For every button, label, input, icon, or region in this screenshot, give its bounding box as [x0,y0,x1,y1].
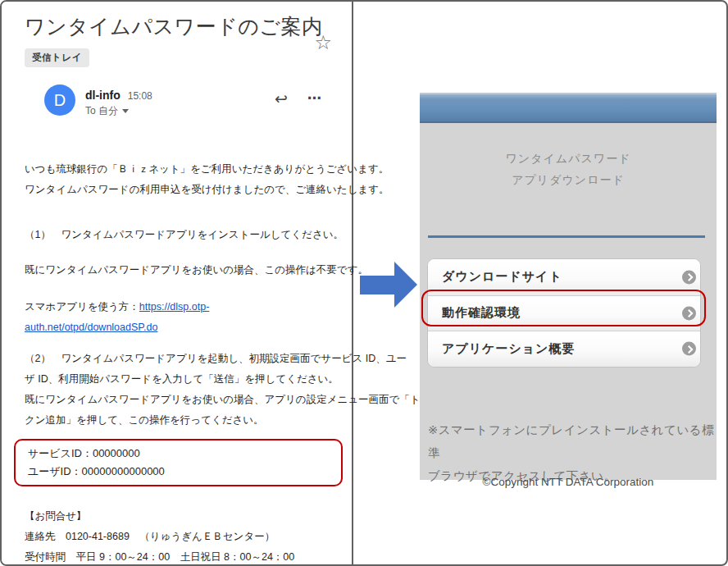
menu-item-label: 動作確認環境 [442,305,521,321]
chevron-right-icon [682,306,696,320]
contact-header: 【お問合せ】 [25,506,334,527]
menu-item-label: ダウンロードサイト [442,269,562,285]
phone-menu: ダウンロードサイト 動作確認環境 アプリケーション概要 [427,258,701,367]
email-panel: ワンタイムパスワードのご案内 受信トレイ ☆ D dl-info15:08 To… [2,2,353,564]
right-arrow-graphic [360,262,417,308]
title-divider-rule [428,235,705,238]
sender-avatar[interactable]: D [44,84,75,116]
body-line-link: スマホアプリを使う方：https://dlsp.otp- [25,297,334,317]
recipient-dropdown[interactable]: To 自分 [85,104,129,118]
email-subject: ワンタイムパスワードのご案内 [25,13,334,40]
menu-item-environment[interactable]: 動作確認環境 [428,295,700,331]
body-line-link2: auth.net/otpd/downloadSP.do [25,317,334,338]
phone-note-line1: ※スマートフォンにプレインストールされている標準 [428,418,717,464]
star-icon[interactable]: ☆ [314,33,332,52]
id-highlight-box: サービスID：00000000 ユーザID：00000000000000 [14,439,343,486]
more-options-icon[interactable]: ⋯ [307,91,322,105]
menu-item-label: アプリケーション概要 [442,341,575,357]
contact-line: 連絡先 0120-41-8689 （りゅうぎんＥＢセンター） [25,527,334,547]
body-line: クン追加」を押して、この操作を行ってください。 [25,410,334,431]
body-line: 既にワンタイムパスワードアプリをお使いの場合、アプリの設定メニュー画面で「トー [25,390,334,410]
sent-time: 15:08 [128,90,152,102]
service-id-line: サービスID：00000000 [28,445,341,463]
hours-line: 受付時間 平日 9：00～24：00 土日祝日 8：00～24：00 [25,547,334,566]
download-link-part2[interactable]: auth.net/otpd/downloadSP.do [25,322,157,333]
email-body: いつも琉球銀行の「Ｂｉｚネット」をご利用いただきありがとうございます。 ワンタイ… [25,159,334,566]
chevron-right-icon [682,270,696,284]
body-line: ワンタイムパスワードの利用申込を受け付けましたので、ご連絡いたします。 [25,180,334,200]
phone-title-line2: アプリダウンロード [420,169,717,190]
sender-name: dl-info [85,89,121,102]
phone-title-line1: ワンタイムパスワード [420,148,717,169]
phone-page-title: ワンタイムパスワード アプリダウンロード [420,148,717,190]
chevron-right-icon [682,342,696,356]
screenshot-canvas: ワンタイムパスワードのご案内 受信トレイ ☆ D dl-info15:08 To… [0,0,728,566]
body-line-step1: （1） ワンタイムパスワードアプリをインストールしてください。 [25,225,334,245]
reply-icon[interactable]: ↩ [275,91,288,107]
phone-body: ワンタイムパスワード アプリダウンロード ダウンロードサイト 動作確認環境 アプ… [420,123,717,480]
menu-item-app-overview[interactable]: アプリケーション概要 [428,331,700,367]
sender-line: dl-info15:08 [85,88,152,103]
phone-panel: ワンタイムパスワード アプリダウンロード ダウンロードサイト 動作確認環境 アプ… [420,93,717,480]
body-line: ザ ID、利用開始パスワードを入力して「送信」を押してください。 [25,369,334,390]
arrow-shaft [360,276,394,294]
copyright-text: ©Copyright NTT DATA Corporation [420,476,717,488]
body-line: （2） ワンタイムパスワードアプリを起動し、初期設定画面でサービス ID、ユー [25,349,334,369]
download-link-part1[interactable]: https://dlsp.otp- [139,301,209,313]
contact-block: 【お問合せ】 連絡先 0120-41-8689 （りゅうぎんＥＢセンター） 受付… [25,506,334,566]
arrow-head [394,262,417,308]
inbox-label-badge[interactable]: 受信トレイ [25,48,89,67]
menu-item-download-site[interactable]: ダウンロードサイト [428,259,700,295]
body-line-note: 既にワンタイムパスワードアプリをお使いの場合、この操作は不要です。 [25,260,334,281]
body-line: いつも琉球銀行の「Ｂｉｚネット」をご利用いただきありがとうございます。 [25,159,334,180]
recipient-label: To 自分 [85,105,118,116]
user-id-line: ユーザID：00000000000000 [28,463,341,481]
phone-header-bar [420,93,717,123]
chevron-down-icon [122,109,129,113]
link-prefix: スマホアプリを使う方： [25,301,139,313]
message-header: D dl-info15:08 To 自分 ↩ ⋯ [25,84,334,121]
